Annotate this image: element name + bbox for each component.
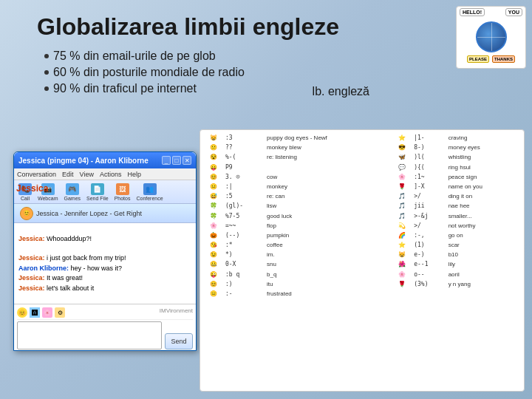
emoji-row-9: 🌸 =~~ flop 💫 >/ not worthy	[203, 221, 521, 231]
msn-emoticons-bar: 😊 🅰 🌸 ⚙ IMVironment	[17, 306, 193, 320]
emoticon-1[interactable]: 😊	[17, 307, 27, 318]
emoji-icon-0: 😸	[203, 133, 224, 143]
msn-titlebar-buttons: _ □ ✕	[162, 156, 191, 165]
chat-message-1: Jessica: i just got back from my trip!	[18, 254, 191, 263]
toolbar-sendfile-button[interactable]: 📄 Send File	[86, 183, 109, 201]
chat-message-4: Jessica: let's talk about it	[18, 284, 191, 293]
toolbar-games-button[interactable]: 🎮 Games	[64, 183, 81, 201]
emoji-row-2: 😵 %-( re: listening 🦋 )l( whistling	[203, 152, 521, 162]
bullet-item-1: 75 % din email-urile de pe glob	[44, 50, 525, 63]
chat-message-0: Jessica: Whooadddup?!	[18, 226, 191, 253]
chat-sender-4: Jessica:	[18, 284, 45, 292]
bullet-item-3: 90 % din traficul pe internet	[44, 82, 525, 95]
msn-message-input[interactable]	[17, 321, 162, 349]
menu-actions[interactable]: Actions	[100, 171, 122, 178]
emoji-row-4: 😊 3. ☺ cow 🌸 :1~ peace sign	[203, 172, 521, 182]
title-area: Globalizarea limbii engleze 75 % din ema…	[37, 13, 525, 98]
emoji-row-16: 😑 :- frustrated	[203, 289, 521, 299]
emoji-row-13: 🤐 0-X snu 🌺 e--1 lily	[203, 259, 521, 269]
emoji-row-5: 😐 :| monkey 🌹 ]-X name on you	[203, 182, 521, 191]
emoticon-4[interactable]: ⚙	[55, 307, 65, 318]
toolbar-photos-button[interactable]: 🖼 Photos	[115, 183, 131, 201]
msn-input-area: 😊 🅰 🌸 ⚙ IMVironment Send	[14, 304, 196, 351]
bullet-dot-3	[44, 86, 49, 91]
chat-sender-1: Jessica:	[18, 254, 45, 262]
msn-send-button[interactable]: Send	[165, 333, 193, 349]
emoji-row-10: 🎃 (--) pumpkin 🌈 :-, go on	[203, 231, 521, 240]
msn-menubar: Conversation Edit View Actions Help	[14, 168, 196, 180]
menu-conversation[interactable]: Conversation	[17, 171, 56, 178]
msn-contact-bar: 😊 Jessica - Jennifer Lopez - Get Right	[14, 204, 196, 223]
globe-circle	[476, 21, 507, 52]
close-button[interactable]: ✕	[183, 156, 191, 165]
contact-avatar: 😊	[20, 207, 33, 220]
chat-sender-3: Jessica:	[18, 274, 45, 282]
please-label: PLEASE	[467, 55, 489, 63]
msn-input-row: Send	[17, 321, 193, 349]
msn-chat-area: Jessica: Whooadddup?! Jessica: i just go…	[14, 223, 196, 304]
conference-icon: 👥	[143, 183, 157, 195]
globe-line-v	[491, 23, 492, 51]
sendfile-icon: 📄	[91, 183, 104, 195]
imvironment-label: IMVironment	[160, 307, 193, 318]
globe-box: HELLO! YOU PLEASE THANKS	[456, 6, 526, 69]
msn-title-text: Jessica (pingme 04) - Aaron Kliborne	[18, 157, 149, 165]
bullet-list: 75 % din email-urile de pe glob 60 % din…	[44, 50, 525, 95]
msn-window: Jessica (pingme 04) - Aaron Kliborne _ □…	[13, 151, 197, 351]
menu-edit[interactable]: Edit	[62, 171, 74, 178]
emoji-row-1: 😕 ?? monkey blew 😎 8-) money eyes	[203, 143, 521, 152]
emoji-row-14: 😜 :b q b_q 🌸 o-- aoril	[203, 270, 521, 279]
msn-titlebar: Jessica (pingme 04) - Aaron Kliborne _ □…	[14, 152, 196, 168]
emoji-row-12: 😉 *) im. 😸 e-) b10	[203, 250, 521, 259]
emoji-row-7: 🍀 (gl)- lisw 🎵 jii nae hee	[203, 201, 521, 211]
emoji-row-3: 😛 P9 💬 ){( ring hsul	[203, 163, 521, 172]
jessica-label: Jessica	[16, 183, 48, 194]
you-speech: YOU	[505, 8, 522, 16]
photos-icon: 🖼	[116, 183, 129, 195]
menu-view[interactable]: View	[80, 171, 94, 178]
emoji-row-15: 😊 :) itu 🌹 (3%) y n yang	[203, 279, 521, 289]
emoji-icon-r0: ⭐	[392, 133, 412, 143]
lb-engleza-label: lb. engleză	[313, 85, 369, 98]
contact-name: Jessica - Jennifer Lopez - Get Right	[36, 210, 142, 217]
emoji-row-0: 😸 :3 puppy dog eyes - Newf ⭐ |1- craving	[203, 133, 521, 143]
chat-sender-0: Jessica:	[18, 235, 45, 242]
globe-container: HELLO! YOU PLEASE THANKS	[456, 6, 526, 69]
minimize-button[interactable]: _	[162, 156, 171, 165]
bullet-dot-1	[44, 54, 49, 58]
globe-labels: PLEASE THANKS	[467, 55, 515, 63]
chat-message-3: Jessica: It was great!	[18, 274, 191, 283]
maximize-button[interactable]: □	[172, 156, 181, 165]
toolbar-conference-button[interactable]: 👥 Conference	[136, 183, 163, 201]
menu-help[interactable]: Help	[127, 171, 141, 178]
emoji-row-6: 😅 :5 re: can 🎵 >/ ding it on	[203, 191, 521, 201]
bullet-dot-2	[44, 70, 49, 75]
chat-message-2: Aaron Kliborne: hey - how was it?	[18, 265, 191, 273]
thanks-label: THANKS	[492, 55, 515, 63]
emoji-row-11: 😘 :* coffee ⭐ (1) scar	[203, 240, 521, 250]
emoji-data-table: 😸 :3 puppy dog eyes - Newf ⭐ |1- craving…	[203, 133, 521, 299]
games-icon: 🎮	[66, 183, 79, 195]
main-title: Globalizarea limbii engleze	[37, 13, 525, 41]
emoticon-2[interactable]: 🅰	[30, 307, 40, 318]
emoji-row-8: 🍀 %7-5 good luck 🎵 >-&j smaller...	[203, 211, 521, 221]
bullet-item-2: 60 % din posturile mondiale de radio	[44, 66, 525, 79]
chat-sender-2: Aaron Kliborne:	[18, 265, 69, 272]
emoji-table: 😸 :3 puppy dog eyes - Newf ⭐ |1- craving…	[200, 129, 525, 392]
emoticon-3[interactable]: 🌸	[42, 307, 52, 318]
hello-speech: HELLO!	[460, 8, 485, 16]
